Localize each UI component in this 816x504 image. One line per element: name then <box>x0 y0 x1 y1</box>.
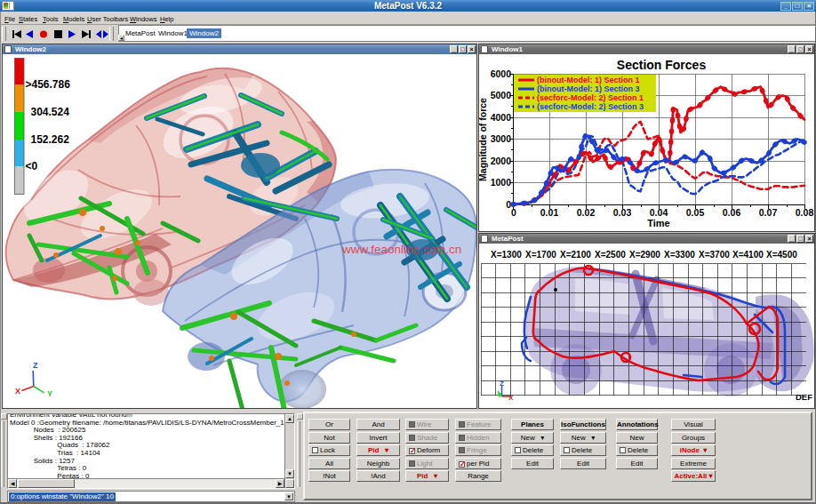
svg-text:X=3700: X=3700 <box>699 250 730 260</box>
svg-text:X=2900: X=2900 <box>629 250 660 260</box>
svg-text:Magnitude of force: Magnitude of force <box>479 98 488 181</box>
svg-text:X: X <box>15 387 20 396</box>
svg-text:Section Forces: Section Forces <box>617 58 707 72</box>
svg-text:4000: 4000 <box>491 112 512 123</box>
svg-text:Time: Time <box>647 218 669 228</box>
svg-text:>456.786: >456.786 <box>26 78 71 91</box>
svg-text:X=3300: X=3300 <box>664 250 695 260</box>
svg-text:6000: 6000 <box>491 68 512 79</box>
svg-text:2000: 2000 <box>491 156 512 166</box>
svg-text:X: X <box>508 394 514 402</box>
svg-text:X=1700: X=1700 <box>525 250 556 260</box>
svg-text:www.feaonline.com.cn: www.feaonline.com.cn <box>341 243 461 256</box>
svg-text:0.03: 0.03 <box>613 207 632 218</box>
svg-text:X=2500: X=2500 <box>595 250 626 260</box>
svg-text:1000: 1000 <box>491 177 512 188</box>
svg-text:0.05: 0.05 <box>686 207 705 218</box>
svg-text:5000: 5000 <box>491 90 512 100</box>
svg-text:DEF: DEF <box>796 392 812 402</box>
svg-text:304.524: 304.524 <box>31 106 70 118</box>
svg-text:0.07: 0.07 <box>759 207 778 218</box>
svg-text:X=4100: X=4100 <box>732 250 764 260</box>
svg-text:0.02: 0.02 <box>577 207 596 218</box>
svg-text:<0: <0 <box>26 160 38 172</box>
svg-text:(secforc-Model: 2) Section 3: (secforc-Model: 2) Section 3 <box>537 102 644 111</box>
svg-text:(binout-Model: 1) Section 3: (binout-Model: 1) Section 3 <box>537 84 640 93</box>
svg-text:Z: Z <box>33 361 38 370</box>
svg-text:(binout-Model: 1) Section 1: (binout-Model: 1) Section 1 <box>537 76 640 84</box>
svg-text:(secforc-Model: 2) Section 1: (secforc-Model: 2) Section 1 <box>537 93 644 102</box>
svg-text:3000: 3000 <box>491 133 512 144</box>
svg-text:0.01: 0.01 <box>540 207 559 218</box>
svg-text:Y: Y <box>47 389 52 398</box>
svg-text:0: 0 <box>511 207 516 218</box>
svg-text:X=2100: X=2100 <box>560 250 591 260</box>
svg-text:X=1300: X=1300 <box>491 250 522 260</box>
svg-text:X=4500: X=4500 <box>766 250 797 260</box>
svg-text:0.08: 0.08 <box>796 207 814 218</box>
svg-text:Y: Y <box>497 391 502 399</box>
svg-text:0.06: 0.06 <box>723 207 741 218</box>
svg-text:Z: Z <box>500 380 504 388</box>
svg-text:0.04: 0.04 <box>650 207 668 218</box>
svg-text:152.262: 152.262 <box>31 133 70 146</box>
